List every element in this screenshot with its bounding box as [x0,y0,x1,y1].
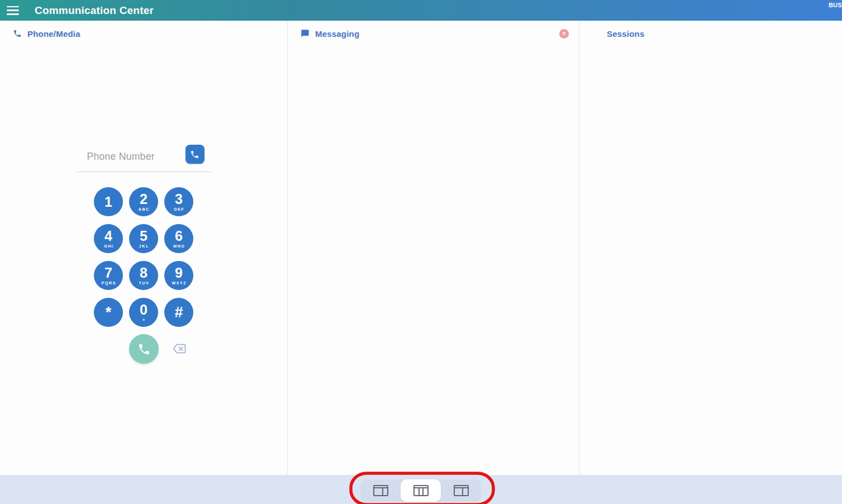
phone-number-input[interactable] [87,145,182,168]
dialpad-key-0[interactable]: 0+ [129,298,158,327]
key-letters: + [141,318,145,322]
dial-call-button[interactable] [185,145,204,164]
phone-media-header: Phone/Media [0,21,287,46]
key-letters: GHI [103,244,114,248]
start-call-button[interactable] [129,334,159,364]
layout-toolbar [0,475,842,504]
messaging-header: Messaging ✕ [288,21,579,46]
key-letters: TUV [138,281,149,285]
panel-sessions: Sessions [579,21,842,475]
layout-two-pane-wide-left-icon [454,485,469,496]
dialpad-key-8[interactable]: 8TUV [129,261,158,290]
backspace-icon[interactable] [173,342,186,355]
close-x-icon[interactable]: ✕ [559,29,569,39]
key-letters: ABC [137,207,150,211]
key-digit: 3 [175,192,183,206]
dialpad-key-7[interactable]: 7PQRS [94,261,123,290]
status-text: BUS [829,2,842,8]
panel-messaging: Messaging ✕ [288,21,579,475]
panel-phone-media: Phone/Media 12ABC3DEF4GHI5JKL6MNO7PQRS8T… [0,21,288,475]
dialpad-key-*[interactable]: * [94,298,123,327]
layout-three-pane-button[interactable] [401,479,441,502]
dialpad-key-9[interactable]: 9WXYZ [164,261,193,290]
key-digit: # [174,305,183,320]
key-digit: 8 [140,266,148,280]
layout-two-pane-wide-left-button[interactable] [441,479,481,502]
dialpad-key-1[interactable]: 1 [94,187,123,216]
app-header: Communication Center BUS [0,0,842,21]
layout-two-pane-right-split-button[interactable] [360,479,401,502]
key-digit: 1 [104,195,112,209]
layout-switcher [360,479,481,502]
key-letters: PQRS [101,281,116,285]
dialpad-key-#[interactable]: # [164,298,193,327]
phone-media-title: Phone/Media [27,29,80,39]
dialpad-key-6[interactable]: 6MNO [164,224,193,253]
key-letters: WXYZ [171,281,187,285]
phone-number-row [76,140,212,172]
dialpad: 12ABC3DEF4GHI5JKL6MNO7PQRS8TUV9WXYZ*0+# [0,140,287,365]
app-title: Communication Center [35,4,154,17]
main-content: Phone/Media 12ABC3DEF4GHI5JKL6MNO7PQRS8T… [0,21,842,475]
dialpad-key-4[interactable]: 4GHI [94,224,123,253]
key-digit: * [106,305,112,320]
sessions-header: Sessions [579,21,842,46]
key-digit: 9 [175,266,183,280]
key-digit: 6 [175,229,183,243]
key-letters: MNO [173,244,185,248]
key-letters: DEF [173,207,184,211]
key-digit: 4 [104,229,112,243]
layout-three-pane-icon [413,485,429,496]
layout-two-pane-right-split-icon [373,485,388,496]
chat-icon [300,29,310,39]
key-digit: 5 [140,229,148,243]
sessions-title: Sessions [607,29,644,39]
dialpad-key-3[interactable]: 3DEF [164,187,193,216]
key-letters: JKL [138,244,149,248]
dialpad-keys: 12ABC3DEF4GHI5JKL6MNO7PQRS8TUV9WXYZ*0+# [94,187,193,327]
key-digit: 7 [104,266,112,280]
list-bars-icon [592,30,601,38]
hamburger-menu-icon[interactable] [7,6,19,15]
dialpad-actions [94,334,193,365]
phone-icon [12,29,22,39]
dialpad-key-2[interactable]: 2ABC [129,187,158,216]
dialpad-key-5[interactable]: 5JKL [129,224,158,253]
key-digit: 2 [140,192,148,206]
messaging-title: Messaging [315,29,359,39]
key-digit: 0 [140,303,148,317]
